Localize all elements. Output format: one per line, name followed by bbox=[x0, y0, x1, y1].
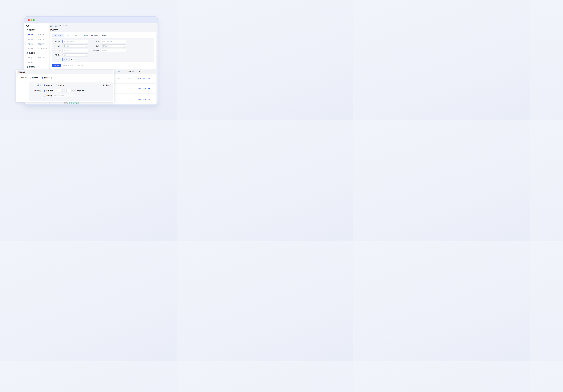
grid-check-icon bbox=[26, 52, 28, 54]
sidebar-item-product-group[interactable]: 商品分组 bbox=[38, 37, 49, 42]
sidebar-item-attribute-template[interactable]: 属性模板 bbox=[38, 42, 49, 46]
edit-link[interactable]: 编辑 bbox=[138, 87, 141, 90]
tab-off-shelf[interactable]: 已下架商品 bbox=[82, 35, 89, 37]
sidebar-item-batch-upload[interactable]: 批量上传 bbox=[38, 55, 49, 60]
view-link[interactable]: 查看 bbox=[143, 78, 146, 80]
accent-bar bbox=[18, 72, 18, 73]
sidebar-item-product-category[interactable]: 商品类目 bbox=[38, 32, 49, 37]
product-type-select[interactable]: 请选择 bbox=[101, 49, 126, 52]
sidebar-item-product-service[interactable]: 商品服务 bbox=[28, 46, 38, 51]
tab-shop-products[interactable]: 店铺商品 bbox=[74, 35, 80, 37]
sidebar-item-product-review[interactable]: 商品评价 bbox=[28, 42, 38, 46]
chevron-down-icon bbox=[124, 46, 125, 47]
sort-value: 100 bbox=[128, 88, 131, 89]
tab-self-operated[interactable]: 自营商品 bbox=[66, 35, 72, 37]
sidebar-group-label: 库存管理 bbox=[29, 66, 35, 68]
minimize-window-icon[interactable] bbox=[31, 19, 32, 21]
sidebar-subgroup: 批量导出 批量上传 批量修改 bbox=[25, 55, 49, 65]
maximize-window-icon[interactable] bbox=[33, 19, 35, 21]
sidebar-group-product-management[interactable]: 商品管理 bbox=[25, 28, 49, 32]
type-select[interactable]: 请选择 bbox=[63, 49, 88, 52]
cube-icon bbox=[26, 29, 28, 31]
shop-cell-label: 店铺： bbox=[64, 102, 68, 104]
search-button[interactable]: 搜索 bbox=[63, 58, 68, 61]
breadcrumb-item[interactable]: 商品 bbox=[50, 25, 53, 27]
edit-link[interactable]: 编辑 bbox=[138, 78, 141, 80]
days-input[interactable] bbox=[55, 89, 61, 92]
aftersale-rule-label[interactable]: 售后规则 bbox=[103, 84, 109, 86]
view-link[interactable]: 查看 bbox=[143, 87, 146, 90]
chevron-up-icon[interactable] bbox=[46, 53, 47, 54]
window-titlebar bbox=[25, 17, 157, 24]
product-name-label: 商品名称： bbox=[52, 40, 62, 43]
spot-sale-radio[interactable] bbox=[30, 77, 31, 79]
hours-input[interactable] bbox=[66, 89, 71, 92]
stock-value: 222 bbox=[117, 88, 120, 89]
popover-title: 销售信息 bbox=[19, 71, 25, 73]
deposit-presale-label[interactable]: 定金预售 bbox=[58, 84, 64, 86]
reset-button[interactable]: 重置 bbox=[69, 58, 75, 61]
more-actions-icon[interactable]: ••• bbox=[148, 78, 150, 79]
fixed-date-radio[interactable] bbox=[44, 95, 45, 97]
chevron-up-icon[interactable] bbox=[46, 30, 47, 30]
fixed-date-label[interactable]: 指定日期 bbox=[46, 95, 52, 97]
edit-link[interactable]: 编辑 bbox=[138, 98, 141, 101]
popover-body: 销售模式 现货销售 预售模式 ? * 预售方式 全款预售 定金预售 售后规则 ? bbox=[17, 74, 113, 101]
stock-column-header: 库存 bbox=[117, 71, 120, 73]
sale-mode-select[interactable]: 全部 bbox=[63, 53, 88, 57]
pay-prefix-label: 支付全款后 bbox=[46, 90, 53, 92]
tab-pending-review[interactable]: 待审核商品 bbox=[101, 35, 108, 37]
sort-icon[interactable] bbox=[121, 71, 122, 72]
close-window-icon[interactable] bbox=[28, 19, 30, 21]
deposit-presale-radio[interactable] bbox=[56, 85, 57, 86]
view-link[interactable]: 查看 bbox=[143, 98, 146, 101]
sort-value: 100 bbox=[128, 99, 131, 100]
sidebar-item-product-brand[interactable]: 商品品牌 bbox=[28, 37, 38, 42]
calendar-icon bbox=[54, 95, 56, 97]
ship-time-label: 发货时间 bbox=[35, 90, 41, 92]
product-name-input[interactable] bbox=[63, 40, 83, 43]
filter-panel: 商品名称： 店铺： 分类： 选择分类 bbox=[52, 38, 154, 62]
more-actions-icon[interactable]: ••• bbox=[148, 88, 150, 89]
sidebar-item-batch-export[interactable]: 批量导出 bbox=[28, 55, 38, 60]
chevron-up-icon[interactable] bbox=[46, 67, 47, 67]
presale-mode-label[interactable]: 预售模式 bbox=[44, 77, 50, 79]
stock-value: 220 bbox=[117, 78, 120, 79]
tab-recycle-bin[interactable]: 商品回收站 bbox=[91, 35, 99, 37]
batch-off-shelf-button[interactable]: 批量下架 bbox=[76, 64, 85, 67]
type-label: 类型 ： bbox=[52, 49, 62, 51]
category-label: 分类： bbox=[52, 45, 62, 47]
sidebar-item-product-list[interactable]: 商品列表 bbox=[28, 32, 38, 37]
search-icon[interactable] bbox=[83, 40, 88, 43]
help-icon[interactable]: ? bbox=[51, 77, 52, 79]
help-icon[interactable]: ? bbox=[132, 71, 134, 72]
full-payment-presale-label[interactable]: 全款预售 bbox=[46, 84, 52, 86]
add-product-button[interactable]: 添加商品 bbox=[52, 64, 61, 67]
sidebar-item-aftersale-service[interactable]: 商品售后服务 bbox=[38, 46, 49, 51]
date-picker-input[interactable]: 请选择日期 bbox=[53, 94, 75, 97]
more-actions-icon[interactable]: ••• bbox=[148, 99, 150, 100]
spot-sale-label[interactable]: 现货销售 bbox=[32, 77, 38, 79]
breadcrumb-separator: / bbox=[62, 25, 62, 27]
sidebar-group-inventory-management[interactable]: 库存管理 bbox=[25, 65, 49, 69]
category-select[interactable]: 选择分类 bbox=[63, 44, 88, 48]
shop-name-input[interactable] bbox=[101, 40, 126, 43]
help-icon[interactable]: ? bbox=[110, 85, 111, 86]
batch-recycle-button[interactable]: 批量移入回收站 bbox=[62, 64, 75, 67]
sort-column-header: 排序 bbox=[128, 71, 131, 73]
shop-link[interactable]: 海澜之家旗舰店 bbox=[69, 102, 79, 104]
brand-select[interactable]: 选择品牌 bbox=[101, 44, 126, 48]
breadcrumb-separator: / bbox=[54, 25, 54, 27]
presale-mode-radio[interactable] bbox=[41, 77, 43, 79]
sidebar-group-batch-operations[interactable]: 批量操作 bbox=[25, 51, 49, 55]
shop-cell-line: 店铺： 海澜之家旗舰店 bbox=[64, 102, 79, 104]
sidebar-item-batch-edit[interactable]: 批量修改 bbox=[28, 60, 38, 65]
full-payment-presale-radio[interactable] bbox=[44, 85, 45, 86]
breadcrumb-item[interactable]: 商品管理 bbox=[55, 25, 61, 27]
pay-then-ship-radio[interactable] bbox=[44, 90, 45, 92]
ship-suffix-label: 后开始发货 bbox=[77, 90, 84, 92]
sort-value: 100 bbox=[128, 78, 131, 79]
sort-icon[interactable] bbox=[134, 71, 135, 72]
date-placeholder: 请选择日期 bbox=[56, 95, 64, 97]
tab-on-sale[interactable]: 出售中的商品 bbox=[52, 34, 64, 37]
